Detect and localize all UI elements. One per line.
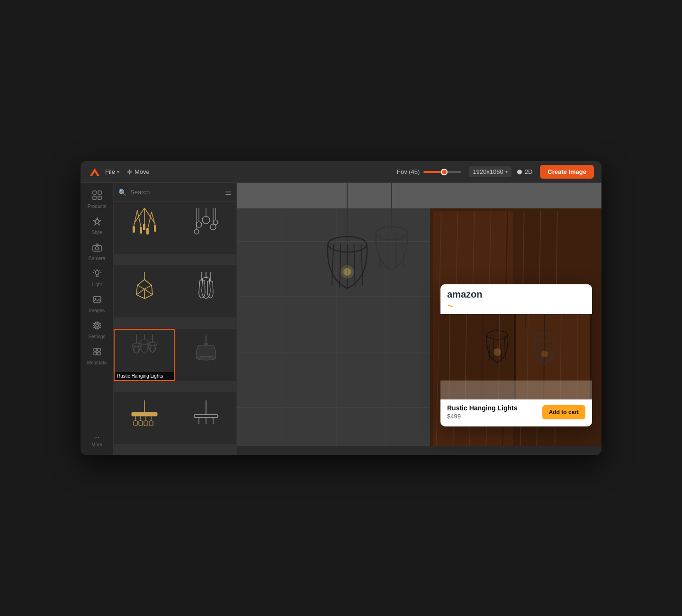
sidebar-item-settings[interactable]: Settings — [81, 317, 113, 343]
svg-line-26 — [137, 210, 141, 228]
more-label: More — [91, 442, 102, 447]
move-icon: ✛ — [127, 168, 133, 176]
file-chevron-icon: ▾ — [117, 169, 119, 174]
file-menu[interactable]: File ▾ — [105, 168, 119, 175]
svg-rect-29 — [133, 226, 135, 233]
product-cell-6[interactable] — [175, 329, 236, 381]
metadata-icon — [92, 347, 102, 359]
more-icon: ··· — [94, 433, 100, 441]
app-logo — [88, 165, 101, 179]
fov-slider[interactable] — [423, 171, 461, 173]
svg-point-68 — [197, 356, 215, 360]
svg-rect-15 — [93, 297, 101, 302]
svg-marker-50 — [144, 289, 153, 299]
amazon-product-preview — [440, 314, 592, 399]
svg-rect-2 — [93, 191, 96, 194]
images-icon — [92, 295, 102, 307]
product-thumbnail-7 — [128, 398, 161, 438]
main-area: Products Style Camera Light — [81, 183, 601, 455]
sidebar-item-light[interactable]: Light — [81, 265, 113, 291]
svg-rect-31 — [143, 224, 145, 230]
product-cell-2[interactable] — [175, 202, 236, 254]
add-to-cart-button[interactable]: Add to cart — [542, 405, 585, 419]
top-bar: File ▾ ✛ Move Fov (45) 1920x1080 ▾ 2D Cr… — [81, 161, 601, 183]
product-thumbnail-8 — [189, 398, 223, 438]
svg-rect-119 — [237, 446, 601, 455]
create-image-button[interactable]: Create Image — [540, 165, 594, 179]
mode-toggle[interactable]: 2D — [517, 168, 533, 175]
product-thumbnail-2 — [189, 208, 223, 248]
svg-point-63 — [149, 342, 156, 346]
svg-rect-4 — [93, 196, 96, 199]
resolution-selector[interactable]: 1920x1080 ▾ — [469, 166, 511, 177]
sidebar-item-products[interactable]: Products — [81, 187, 113, 213]
product-cell-5[interactable]: Rustic Hanging Lights — [114, 329, 175, 381]
svg-rect-33 — [154, 225, 156, 232]
fov-control: Fov (45) — [397, 168, 461, 175]
svg-point-39 — [196, 222, 202, 227]
svg-rect-75 — [134, 421, 137, 426]
svg-rect-3 — [98, 191, 101, 194]
amazon-info: Rustic Hanging Lights $499 Add to cart — [440, 399, 592, 426]
search-bar: 🔍 ⚌ — [114, 183, 236, 202]
mode-indicator — [517, 170, 522, 174]
svg-point-140 — [494, 348, 501, 356]
logo-area — [88, 165, 101, 179]
svg-point-16 — [95, 298, 96, 299]
sidebar: Products Style Camera Light — [81, 183, 114, 455]
sidebar-more-button[interactable]: ··· More — [90, 429, 104, 451]
product-cell-7[interactable] — [114, 392, 175, 444]
svg-rect-30 — [140, 227, 142, 234]
fov-label: Fov (45) — [397, 168, 420, 175]
svg-rect-18 — [94, 348, 97, 351]
svg-line-25 — [134, 210, 137, 227]
style-label: Style — [91, 230, 102, 235]
products-label: Products — [88, 204, 106, 209]
search-input[interactable] — [130, 189, 221, 196]
amazon-logo: amazon〜 — [447, 289, 585, 311]
light-label: Light — [92, 282, 102, 287]
svg-point-113 — [343, 268, 351, 276]
style-icon — [92, 217, 102, 228]
product-cell-3[interactable] — [114, 265, 175, 317]
svg-point-41 — [210, 224, 216, 230]
app-window: File ▾ ✛ Move Fov (45) 1920x1080 ▾ 2D Cr… — [81, 161, 601, 455]
amazon-card: amazon〜 — [440, 284, 592, 426]
sidebar-item-style[interactable]: Style — [81, 213, 113, 239]
svg-point-17 — [96, 324, 99, 327]
svg-rect-84 — [237, 183, 601, 208]
svg-line-13 — [94, 270, 95, 271]
filter-icon[interactable]: ⚌ — [225, 188, 232, 197]
products-icon — [92, 190, 102, 202]
svg-rect-78 — [149, 421, 153, 426]
svg-marker-46 — [137, 280, 152, 289]
amazon-header: amazon〜 — [440, 284, 592, 314]
canvas-background: amazon〜 — [237, 183, 601, 455]
amazon-product-image — [440, 314, 592, 399]
svg-rect-32 — [146, 228, 149, 235]
images-label: Images — [89, 308, 105, 313]
svg-rect-5 — [98, 196, 101, 199]
svg-rect-21 — [98, 352, 100, 355]
svg-point-42 — [194, 229, 199, 234]
svg-marker-49 — [136, 289, 144, 299]
svg-rect-131 — [440, 380, 592, 399]
move-button[interactable]: ✛ Move — [127, 168, 150, 176]
product-cell-8[interactable] — [175, 392, 236, 444]
svg-point-146 — [541, 351, 548, 357]
svg-rect-77 — [144, 421, 148, 426]
sidebar-item-metadata[interactable]: Metadata — [81, 343, 113, 369]
sidebar-item-camera[interactable]: Camera — [81, 239, 113, 265]
camera-label: Camera — [89, 256, 106, 261]
svg-point-8 — [95, 247, 99, 250]
resolution-chevron-icon: ▾ — [505, 169, 508, 174]
product-name-tag: Rustic Hanging Lights — [115, 372, 174, 380]
product-cell-1[interactable] — [114, 202, 175, 254]
product-cell-4[interactable] — [175, 265, 236, 317]
product-grid: Rustic Hanging Lights — [114, 202, 236, 455]
sidebar-item-images[interactable]: Images — [81, 291, 113, 317]
amazon-price: $499 — [447, 413, 518, 420]
light-icon — [92, 269, 102, 281]
product-thumbnail-1 — [128, 208, 161, 248]
product-thumbnail-5 — [128, 335, 161, 375]
